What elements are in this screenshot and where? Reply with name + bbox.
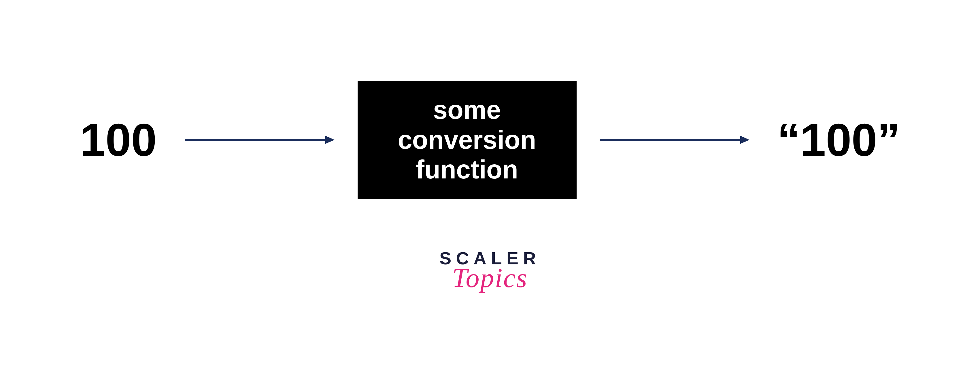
- arrow-right-icon: [185, 134, 334, 145]
- logo-bottom-text: Topics: [439, 262, 541, 294]
- input-value: 100: [75, 113, 162, 166]
- arrow-right: [600, 134, 749, 145]
- arrow-right-icon: [600, 134, 749, 145]
- conversion-diagram: 100 some conversion function “100”: [0, 81, 980, 199]
- box-text-line2: conversion: [383, 125, 550, 155]
- output-value: “100”: [773, 113, 905, 166]
- svg-marker-3: [740, 136, 749, 144]
- scaler-topics-logo: SCALER Topics: [439, 248, 541, 294]
- conversion-function-box: some conversion function: [358, 81, 577, 199]
- box-text-line3: function: [383, 155, 550, 185]
- svg-marker-1: [325, 136, 334, 144]
- arrow-left: [185, 134, 334, 145]
- box-text-line1: some: [383, 95, 550, 125]
